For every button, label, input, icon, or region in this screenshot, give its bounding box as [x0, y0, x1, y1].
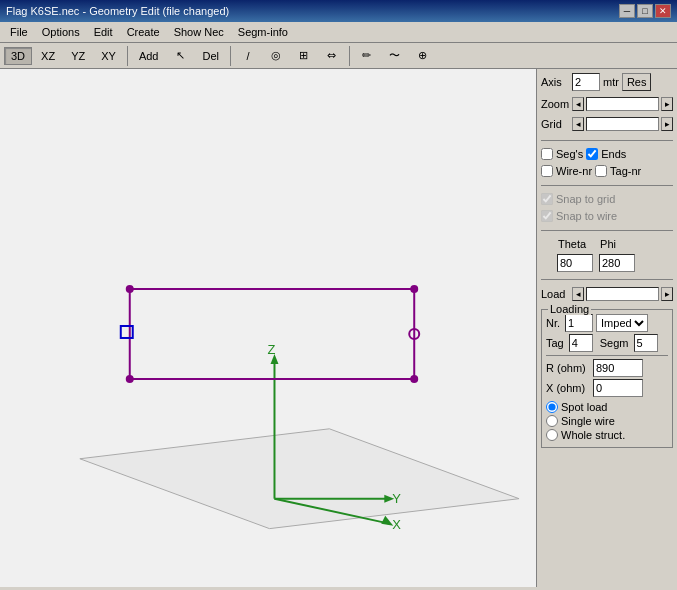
theta-input[interactable]	[557, 254, 593, 272]
x-ohm-input[interactable]	[593, 379, 643, 397]
grid-track[interactable]	[586, 117, 659, 131]
zoom-track[interactable]	[586, 97, 659, 111]
divider-3	[541, 230, 673, 231]
single-wire-label: Single wire	[561, 415, 615, 427]
segm-input[interactable]	[634, 334, 658, 352]
wire-nr-row: Wire-nr Tag-nr	[541, 165, 673, 177]
canvas-area[interactable]: Z Y X	[0, 69, 537, 587]
grid-row: Grid ◂ ▸	[541, 117, 673, 131]
window-controls: ─ □ ✕	[619, 4, 671, 18]
whole-struct-label: Whole struct.	[561, 429, 625, 441]
single-wire-radio[interactable]	[546, 415, 558, 427]
svg-text:Y: Y	[392, 491, 401, 506]
segs-label: Seg's	[556, 148, 583, 160]
menu-segm-info[interactable]: Segm-info	[232, 24, 294, 40]
arc-tool-button[interactable]: ◎	[263, 46, 289, 65]
tag-input[interactable]	[569, 334, 593, 352]
view-xz-button[interactable]: XZ	[34, 47, 62, 65]
axis-unit: mtr	[603, 76, 619, 88]
tag-nr-label: Tag-nr	[610, 165, 641, 177]
menu-show-nec[interactable]: Show Nec	[168, 24, 230, 40]
view-xy-button[interactable]: XY	[94, 47, 123, 65]
svg-point-17	[126, 375, 134, 383]
spot-load-row: Spot load	[546, 401, 668, 413]
snap-grid-label: Snap to grid	[556, 193, 615, 205]
zoom-slider-container: ◂ ▸	[572, 97, 673, 111]
axis-row: Axis mtr Res	[541, 73, 673, 91]
menu-options[interactable]: Options	[36, 24, 86, 40]
snap-grid-row: Snap to grid	[541, 193, 673, 205]
svg-point-16	[410, 375, 418, 383]
tag-nr-checkbox[interactable]	[595, 165, 607, 177]
loading-group: Loading Nr. Imped. Tag Segm R (ohm)	[541, 309, 673, 448]
view-yz-button[interactable]: YZ	[64, 47, 92, 65]
segm-label: Segm	[600, 337, 629, 349]
svg-marker-0	[80, 429, 519, 529]
nr-label: Nr.	[546, 317, 560, 329]
whole-struct-radio[interactable]	[546, 429, 558, 441]
load-label: Load	[541, 288, 569, 300]
whole-struct-row: Whole struct.	[546, 429, 668, 441]
r-ohm-input[interactable]	[593, 359, 643, 377]
spot-load-label: Spot load	[561, 401, 607, 413]
ends-label: Ends	[601, 148, 626, 160]
extra-tool-button[interactable]: ⊕	[410, 46, 436, 65]
delete-button[interactable]: Del	[195, 47, 226, 65]
minimize-button[interactable]: ─	[619, 4, 635, 18]
res-button[interactable]: Res	[622, 73, 652, 91]
loading-group-title: Loading	[548, 303, 591, 315]
x-ohm-row: X (ohm)	[546, 379, 668, 397]
divider-4	[541, 279, 673, 280]
toolbar: 3D XZ YZ XY Add ↖ Del / ◎ ⊞ ⇔ ✏ 〜 ⊕	[0, 43, 677, 69]
phi-input[interactable]	[599, 254, 635, 272]
grid-slider-container: ◂ ▸	[572, 117, 673, 131]
tag-segm-row: Tag Segm	[546, 334, 668, 352]
titlebar: Flag K6SE.nec - Geometry Edit (file chan…	[0, 0, 677, 22]
theta-phi-values	[541, 254, 673, 272]
snap-wire-row: Snap to wire	[541, 210, 673, 222]
snap-wire-checkbox[interactable]	[541, 210, 553, 222]
menu-create[interactable]: Create	[121, 24, 166, 40]
geometry-canvas: Z Y X	[0, 69, 536, 587]
menu-file[interactable]: File	[4, 24, 34, 40]
pen-tool-button[interactable]: ✏	[354, 46, 380, 65]
nr-input[interactable]	[565, 314, 593, 332]
menu-edit[interactable]: Edit	[88, 24, 119, 40]
snap-grid-checkbox[interactable]	[541, 193, 553, 205]
single-wire-row: Single wire	[546, 415, 668, 427]
mirror-tool-button[interactable]: ⇔	[319, 46, 345, 65]
segs-checkbox[interactable]	[541, 148, 553, 160]
imped-select[interactable]: Imped.	[596, 314, 648, 332]
spot-load-radio[interactable]	[546, 401, 558, 413]
maximize-button[interactable]: □	[637, 4, 653, 18]
theta-phi-headers: Theta Phi	[541, 238, 673, 250]
grid-left-arrow[interactable]: ◂	[572, 117, 584, 131]
ends-checkbox[interactable]	[586, 148, 598, 160]
zoom-row: Zoom ◂ ▸	[541, 97, 673, 111]
axis-label: Axis	[541, 76, 569, 88]
toolbar-separator-3	[349, 46, 350, 66]
toolbar-separator-1	[127, 46, 128, 66]
grid-right-arrow[interactable]: ▸	[661, 117, 673, 131]
load-track[interactable]	[586, 287, 659, 301]
radio-group: Spot load Single wire Whole struct.	[546, 401, 668, 441]
toolbar-separator-2	[230, 46, 231, 66]
grid-tool-button[interactable]: ⊞	[291, 46, 317, 65]
x-ohm-label: X (ohm)	[546, 382, 590, 394]
line-tool-button[interactable]: /	[235, 47, 261, 65]
zoom-right-arrow[interactable]: ▸	[661, 97, 673, 111]
select-tool-button[interactable]: ↖	[167, 46, 193, 65]
wire-nr-checkbox[interactable]	[541, 165, 553, 177]
main-layout: Z Y X	[0, 69, 677, 587]
segs-row: Seg's Ends	[541, 148, 673, 160]
wave-tool-button[interactable]: 〜	[382, 45, 408, 66]
theta-header: Theta	[557, 238, 587, 250]
menubar: File Options Edit Create Show Nec Segm-i…	[0, 22, 677, 43]
view-3d-button[interactable]: 3D	[4, 47, 32, 65]
close-button[interactable]: ✕	[655, 4, 671, 18]
load-left-arrow[interactable]: ◂	[572, 287, 584, 301]
axis-input[interactable]	[572, 73, 600, 91]
load-right-arrow[interactable]: ▸	[661, 287, 673, 301]
add-button[interactable]: Add	[132, 47, 166, 65]
zoom-left-arrow[interactable]: ◂	[572, 97, 584, 111]
